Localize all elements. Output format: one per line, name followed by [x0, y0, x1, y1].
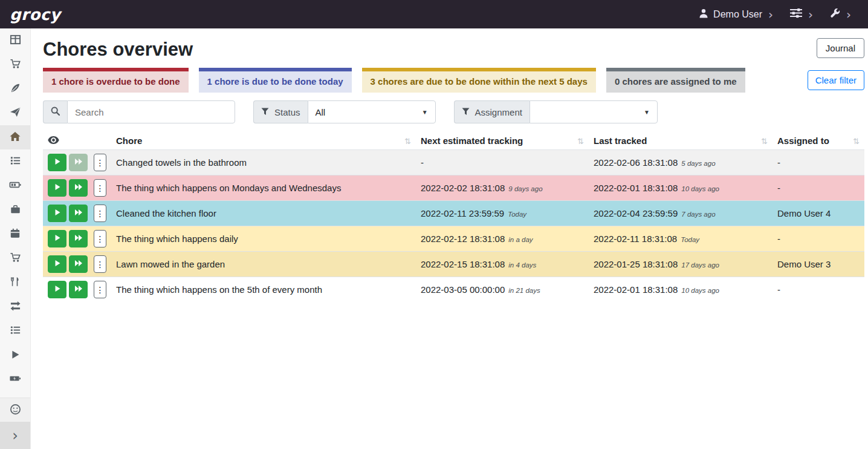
header-chore[interactable]: Chore⇅ — [111, 132, 416, 150]
skip-execution-button[interactable] — [69, 255, 88, 273]
header-assigned-to[interactable]: Assigned to⇅ — [772, 132, 864, 150]
settings-menu[interactable]: › — [790, 8, 813, 21]
assigned-user: Demo User 4 — [777, 208, 831, 218]
paper-plane-icon — [10, 107, 21, 120]
play-icon — [54, 234, 61, 243]
ellipsis-vertical-icon: ⋮ — [96, 286, 105, 294]
play-icon — [54, 209, 61, 218]
track-execution-button[interactable] — [48, 205, 66, 222]
assignment-select[interactable]: ▼ — [530, 100, 658, 123]
last-tracked-time: 2022-02-04 23:59:59 — [594, 208, 678, 218]
calendar-icon — [10, 228, 21, 241]
status-banner[interactable]: 1 chore is overdue to be done — [43, 68, 189, 93]
sidebar-item-user[interactable] — [0, 398, 30, 422]
sidebar: › — [0, 28, 31, 449]
sidebar-collapse-toggle[interactable]: › — [0, 422, 30, 449]
assigned-user: Demo User 3 — [777, 259, 831, 269]
ellipsis-vertical-icon: ⋮ — [96, 159, 105, 167]
sidebar-item-chore-tracking[interactable] — [0, 343, 30, 367]
sidebar-item-batteries[interactable] — [0, 174, 30, 198]
sidebar-item-inventory[interactable] — [0, 319, 30, 343]
track-execution-button[interactable] — [48, 255, 66, 273]
header-last-tracked[interactable]: Last tracked⇅ — [589, 132, 772, 150]
header-next-estimated-tracking[interactable]: Next estimated tracking⇅ — [416, 132, 589, 150]
row-menu-button[interactable]: ⋮ — [94, 230, 106, 247]
sidebar-item-meal-plan[interactable] — [0, 101, 30, 125]
admin-menu[interactable]: › — [830, 8, 851, 21]
next-tracking-timeago: 9 days ago — [508, 185, 542, 192]
grocy-logo[interactable]: grocy — [10, 7, 60, 22]
status-banner[interactable]: 3 chores are due to be done within the n… — [362, 68, 596, 93]
sidebar-item-purchase[interactable] — [0, 246, 30, 270]
next-tracking-timeago: Today — [508, 211, 526, 218]
user-icon — [699, 8, 708, 21]
briefcase-icon — [10, 204, 21, 217]
skip-execution-button[interactable] — [69, 205, 88, 222]
chore-name: The thing which happens on Mondays and W… — [116, 183, 341, 193]
search-prefix — [43, 100, 67, 123]
chore-row: ⋮ The thing which happens on the 5th of … — [43, 277, 864, 303]
fast-forward-icon — [74, 183, 83, 192]
skip-execution-button[interactable] — [69, 281, 88, 298]
last-tracked-time: 2022-02-01 18:31:08 — [594, 183, 678, 193]
last-tracked-time: 2022-02-01 18:31:08 — [594, 284, 678, 295]
status-select[interactable]: All ▼ — [308, 100, 436, 123]
last-tracked-time: 2022-02-11 18:31:08 — [594, 234, 677, 244]
track-execution-button[interactable] — [48, 230, 66, 247]
main-content: Chores overview Journal 1 chore is overd… — [31, 28, 868, 449]
sidebar-item-consume[interactable] — [0, 270, 30, 295]
status-filter-label: Status — [253, 100, 308, 123]
row-menu-button[interactable]: ⋮ — [94, 154, 106, 171]
skip-execution-button[interactable] — [69, 179, 88, 197]
row-menu-button[interactable]: ⋮ — [94, 205, 106, 222]
ellipsis-vertical-icon: ⋮ — [96, 235, 105, 243]
transfer-arrows-icon — [10, 301, 21, 313]
track-execution-button[interactable] — [48, 154, 66, 171]
column-visibility-header[interactable] — [43, 132, 111, 150]
chore-name: The thing which happens on the 5th of ev… — [116, 284, 322, 295]
home-icon — [9, 131, 21, 144]
chevron-right-icon: › — [846, 8, 851, 21]
skip-execution-button[interactable] — [69, 154, 88, 171]
next-tracking-time: 2022-03-05 00:00:00 — [421, 284, 505, 295]
search-input[interactable] — [67, 100, 235, 123]
assigned-user: - — [777, 183, 780, 193]
next-tracking-time: 2022-02-15 18:31:08 — [421, 259, 505, 269]
quill-icon — [10, 82, 21, 96]
track-execution-button[interactable] — [48, 281, 66, 298]
play-icon — [54, 158, 61, 167]
next-tracking-time: 2022-02-11 23:59:59 — [421, 208, 504, 218]
status-banner[interactable]: 1 chore is due to be done today — [199, 68, 352, 93]
sidebar-item-tasks[interactable] — [0, 149, 30, 174]
sidebar-item-transfer[interactable] — [0, 295, 30, 319]
shopping-cart-icon — [10, 59, 21, 71]
sidebar-item-recipes[interactable] — [0, 77, 30, 101]
clear-filter-button[interactable]: Clear filter — [808, 70, 864, 90]
track-execution-button[interactable] — [48, 179, 66, 197]
chores-table-body: ⋮ Changed towels in the bathroom - 2022-… — [43, 150, 864, 303]
status-banner[interactable]: 0 chores are assigned to me — [606, 68, 745, 93]
last-tracked-time: 2022-02-06 18:31:08 — [594, 157, 678, 168]
sidebar-item-battery-tracking[interactable] — [0, 367, 30, 392]
journal-button[interactable]: Journal — [817, 38, 864, 58]
user-menu[interactable]: Demo User › — [699, 8, 773, 21]
chore-name: The thing which happens daily — [116, 234, 238, 244]
row-menu-button[interactable]: ⋮ — [94, 255, 106, 273]
sidebar-item-chores-overview[interactable] — [0, 125, 30, 149]
row-actions-cell: ⋮ — [43, 175, 111, 201]
sidebar-item-dashboard[interactable] — [0, 28, 30, 53]
sidebar-item-shopping-list[interactable] — [0, 53, 30, 77]
purchase-cart-icon — [10, 252, 21, 265]
chores-table: Chore⇅ Next estimated tracking⇅ Last tra… — [43, 132, 864, 302]
last-tracked-timeago: 10 days ago — [681, 287, 719, 294]
row-menu-button[interactable]: ⋮ — [94, 179, 106, 197]
chevron-right-icon: › — [768, 8, 773, 21]
row-menu-button[interactable]: ⋮ — [94, 281, 106, 298]
sidebar-item-calendar[interactable] — [0, 222, 30, 246]
top-navbar: grocy Demo User › › › — [0, 0, 868, 28]
sidebar-item-equipment[interactable] — [0, 198, 30, 222]
skip-execution-button[interactable] — [69, 230, 88, 247]
row-actions-cell: ⋮ — [43, 226, 111, 252]
chore-row: ⋮ Lawn mowed in the garden 2022-02-15 18… — [43, 252, 864, 277]
tasks-list-icon — [10, 155, 21, 168]
